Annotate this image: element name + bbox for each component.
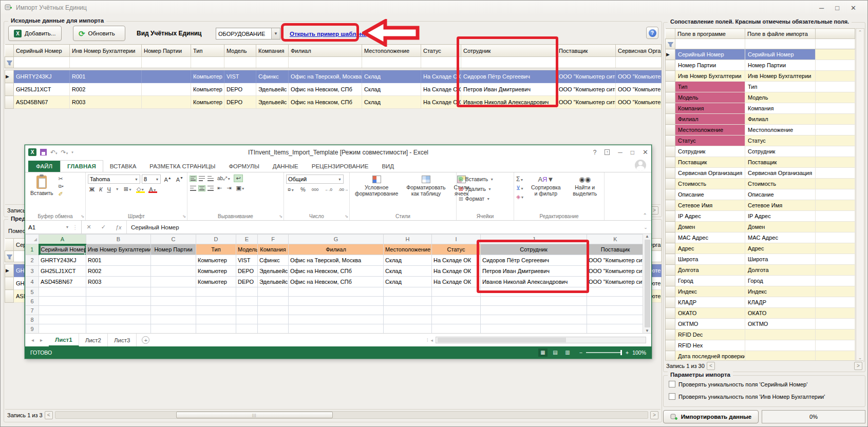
zoom-level[interactable]: 100% bbox=[632, 350, 646, 356]
empty-cell[interactable] bbox=[816, 82, 855, 92]
save-icon[interactable] bbox=[40, 149, 47, 156]
add-button[interactable]: X Добавить... bbox=[8, 26, 62, 41]
insert-cells-button[interactable]: ⊞Вставить▼ bbox=[459, 174, 512, 184]
cell[interactable] bbox=[289, 297, 384, 306]
file-field-cell[interactable]: Тип bbox=[745, 82, 816, 92]
account-avatar[interactable] bbox=[635, 160, 646, 171]
empty-cell[interactable] bbox=[816, 92, 855, 103]
column-letter[interactable]: C bbox=[151, 235, 196, 244]
cell[interactable] bbox=[196, 297, 236, 306]
cell[interactable] bbox=[432, 324, 481, 334]
program-field-cell[interactable]: IP Адрес bbox=[675, 211, 745, 222]
cell[interactable]: Офис на Невском, СПб bbox=[289, 277, 384, 287]
table-row[interactable]: МодельМодель bbox=[666, 92, 855, 103]
cell[interactable]: DEPO bbox=[224, 96, 256, 109]
program-field-cell[interactable]: Сотрудник bbox=[675, 146, 745, 157]
program-field-cell[interactable]: Сервисная Организация bbox=[675, 168, 745, 179]
underline-button[interactable]: Ч bbox=[105, 186, 112, 192]
percent-format-icon[interactable]: % bbox=[299, 186, 307, 192]
cell[interactable]: Офис на Невском, СПб bbox=[289, 266, 384, 277]
unique-serial-checkbox[interactable] bbox=[669, 381, 675, 387]
cell[interactable]: Эдельвейс bbox=[256, 83, 289, 96]
filter-cell[interactable] bbox=[256, 57, 289, 68]
combo-dropdown-button[interactable]: ▼ bbox=[271, 28, 280, 39]
filter-cell[interactable] bbox=[289, 57, 362, 68]
decrease-indent-icon[interactable]: ⇤ bbox=[216, 185, 223, 191]
refresh-button[interactable]: ⟳ Обновить bbox=[73, 26, 125, 41]
column-header[interactable]: Серийный Номер bbox=[14, 45, 70, 57]
splitter-icon[interactable]: ⁞ bbox=[427, 338, 428, 343]
normal-view-icon[interactable]: ▦ bbox=[538, 348, 548, 357]
cell[interactable]: На Складе ОК bbox=[421, 70, 461, 83]
file-field-cell[interactable]: Сервисная Организация bbox=[745, 168, 816, 179]
table-row[interactable]: СтоимостьСтоимость bbox=[666, 179, 855, 189]
table-row[interactable]: ASD45BN67R003КомпьютерDEPOЭдельвейсОфис … bbox=[5, 96, 662, 109]
tab-formulas[interactable]: ФОРМУЛЫ bbox=[222, 161, 266, 172]
cell[interactable]: R002 bbox=[86, 266, 151, 277]
cell[interactable]: Офис на Невском, СПб bbox=[289, 83, 362, 96]
row-number[interactable]: 4 bbox=[26, 277, 39, 287]
table-row[interactable]: ФилиалФилиал bbox=[666, 114, 855, 125]
sheet-tab-2[interactable]: Лист2 bbox=[79, 334, 108, 346]
program-field-cell[interactable]: Индекс bbox=[675, 286, 745, 297]
cell[interactable]: Склад bbox=[384, 255, 432, 266]
cell[interactable] bbox=[432, 297, 481, 306]
chevron-down-icon[interactable]: ▼ bbox=[114, 187, 121, 191]
filter-cell[interactable] bbox=[745, 39, 816, 49]
cell[interactable]: ASD45BN67 bbox=[14, 96, 70, 109]
file-field-cell[interactable] bbox=[745, 329, 816, 340]
cell[interactable] bbox=[39, 297, 86, 306]
help-button[interactable]: ? bbox=[646, 27, 658, 39]
scroll-left-icon[interactable]: ◂ bbox=[430, 338, 433, 343]
cell[interactable]: GH25LJ1XCT bbox=[14, 83, 70, 96]
cell[interactable] bbox=[432, 287, 481, 297]
cell[interactable] bbox=[236, 315, 258, 324]
cell[interactable] bbox=[151, 324, 196, 334]
cell[interactable]: VIST bbox=[224, 70, 256, 83]
next-record-button[interactable]: > bbox=[854, 362, 862, 370]
cell[interactable] bbox=[151, 306, 196, 315]
cell[interactable]: R003 bbox=[86, 277, 151, 287]
table-row[interactable]: СтатусСтатус bbox=[666, 135, 855, 146]
copy-icon[interactable]: ⧉▾ bbox=[59, 184, 64, 189]
cell[interactable] bbox=[587, 324, 644, 334]
table-row[interactable]: СотрудникСотрудник bbox=[666, 146, 855, 157]
cell[interactable] bbox=[481, 324, 587, 334]
cell[interactable] bbox=[151, 277, 196, 287]
font-color-icon[interactable]: А▼ bbox=[147, 186, 158, 192]
program-field-cell[interactable]: Поставщик bbox=[675, 157, 745, 168]
scrollbar-thumb[interactable] bbox=[645, 240, 650, 327]
header-cell[interactable]: Инв Номер Бухгалтерии bbox=[86, 244, 151, 255]
zoom-out-icon[interactable]: − bbox=[579, 350, 582, 356]
prev-sheet-icon[interactable]: ◂ bbox=[31, 337, 34, 343]
orientation-icon[interactable]: ab⤢▼ bbox=[216, 176, 232, 182]
align-left-icon[interactable] bbox=[190, 185, 197, 191]
table-row[interactable]: ▶Серийный НомерСерийный Номер bbox=[666, 49, 855, 60]
column-letter[interactable]: J bbox=[481, 235, 587, 244]
cell[interactable]: Склад bbox=[384, 277, 432, 287]
cell[interactable]: R001 bbox=[86, 255, 151, 266]
filter-cell[interactable] bbox=[191, 57, 224, 68]
cell[interactable] bbox=[39, 324, 86, 334]
currency-format-icon[interactable]: ¤▼ bbox=[286, 186, 296, 192]
table-row[interactable]: ОКАТООКАТО bbox=[666, 308, 855, 319]
cell[interactable]: Эдельвейс bbox=[258, 266, 289, 277]
comma-format-icon[interactable]: 000 bbox=[310, 187, 320, 192]
cell[interactable] bbox=[432, 315, 481, 324]
program-field-cell[interactable]: ОКАТО bbox=[675, 308, 745, 319]
cell[interactable]: ООО "Компьютер сити" bbox=[616, 83, 662, 96]
program-field-cell[interactable]: RFID Dec bbox=[675, 329, 745, 340]
column-header[interactable]: Статус bbox=[421, 45, 461, 57]
file-field-cell[interactable]: Адрес bbox=[745, 243, 816, 254]
program-field-cell[interactable]: Статус bbox=[675, 135, 745, 146]
empty-cell[interactable] bbox=[816, 114, 855, 125]
row-number[interactable]: 5 bbox=[26, 287, 39, 297]
preview-hscrollbar[interactable]: ||| bbox=[55, 411, 648, 419]
column-letter[interactable]: K bbox=[587, 235, 644, 244]
close-button[interactable]: ✕ bbox=[851, 4, 856, 12]
file-field-cell[interactable]: Домен bbox=[745, 222, 816, 232]
cell[interactable]: На Складе ОК bbox=[432, 277, 481, 287]
table-row[interactable]: Номер ПартииНомер Партии bbox=[666, 60, 855, 71]
cell[interactable] bbox=[236, 306, 258, 315]
file-field-cell[interactable]: Долгота bbox=[745, 265, 816, 276]
